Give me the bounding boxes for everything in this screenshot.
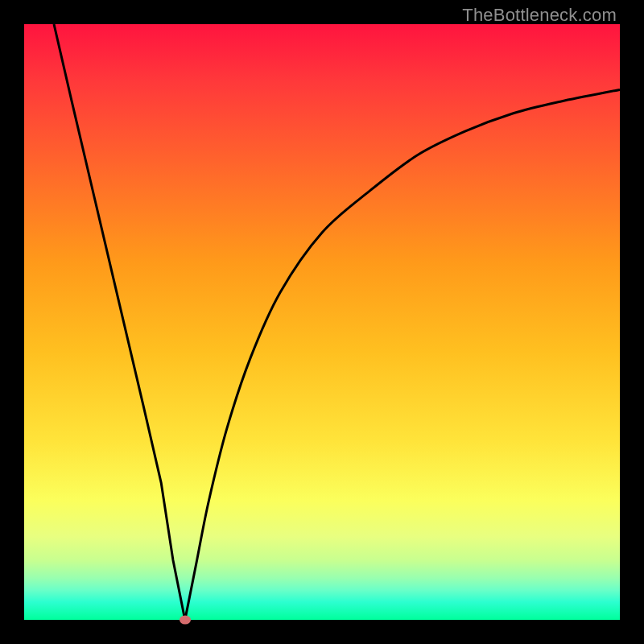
plot-area (24, 24, 620, 620)
curve-left-branch (54, 24, 185, 620)
watermark-text: TheBottleneck.com (462, 5, 617, 26)
curve-right-branch (185, 89, 620, 620)
minimum-marker (180, 616, 191, 625)
chart-frame: TheBottleneck.com (0, 0, 644, 644)
curve-svg (24, 24, 620, 620)
